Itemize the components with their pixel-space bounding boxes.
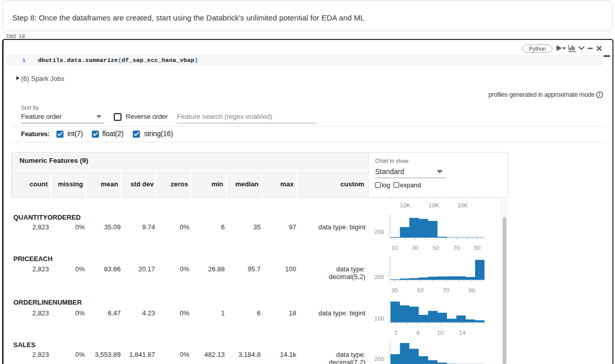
svg-text:10K: 10K — [457, 202, 468, 208]
svg-text:50: 50 — [417, 287, 424, 293]
svg-text:50: 50 — [433, 245, 439, 251]
svg-text:70: 70 — [454, 245, 460, 251]
svg-text:30: 30 — [412, 245, 419, 251]
svg-text:90: 90 — [474, 245, 481, 251]
svg-text:100: 100 — [374, 315, 384, 322]
svg-text:200: 200 — [374, 274, 384, 280]
svg-text:10K: 10K — [428, 202, 439, 208]
svg-text:70: 70 — [443, 287, 449, 293]
svg-text:200: 200 — [374, 229, 384, 235]
svg-text:14: 14 — [459, 330, 466, 336]
svg-text:10K: 10K — [400, 202, 411, 208]
svg-text:200: 200 — [374, 356, 384, 362]
svg-text:6: 6 — [417, 330, 420, 336]
svg-text:2: 2 — [395, 330, 398, 336]
svg-text:10: 10 — [392, 245, 398, 251]
svg-text:90: 90 — [468, 287, 475, 293]
svg-text:30: 30 — [391, 287, 398, 293]
svg-text:10: 10 — [437, 330, 444, 336]
